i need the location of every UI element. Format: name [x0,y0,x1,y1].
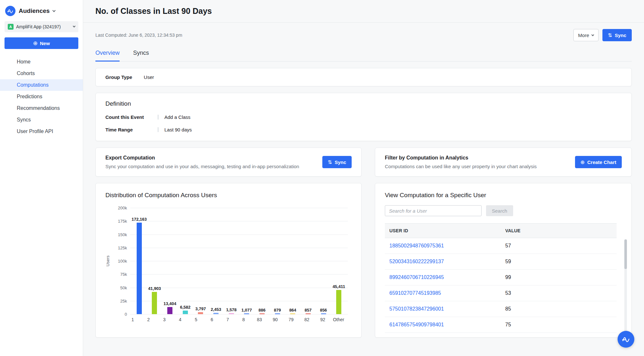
user-value: 59 [501,254,617,270]
bar-value-label: 2,453 [211,307,221,312]
x-tick-label: 82 [299,317,315,322]
plus-circle-icon: ⊕ [33,41,37,46]
definition-row: Count this Event Add a Class [105,114,622,120]
bottom-cards-row: Distribution of Computation Across Users… [95,183,632,338]
bar-rect [244,313,249,314]
amplitude-logo-icon [622,335,630,343]
bar-90[interactable]: 879 [270,208,285,314]
bar-rect [229,313,234,314]
bar-rect [290,313,295,314]
bar-1[interactable]: 172,163 [132,208,147,314]
user-id-link[interactable]: 659102707745193985 [389,290,441,296]
new-button[interactable]: ⊕ New [5,37,78,49]
chart-title: Distribution of Computation Across Users [105,192,352,199]
y-tick-label: 100k [118,259,127,264]
scrollbar-thumb[interactable] [624,239,627,269]
table-header-row: USER ID VALUE [385,224,617,238]
more-button[interactable]: More [573,29,599,41]
x-tick-label: 3 [156,317,172,322]
bar-value-label: 6,582 [180,305,190,310]
amplitude-floating-button[interactable] [618,331,634,348]
sync-button[interactable]: ⇅ Sync [602,29,632,41]
bar-rect [275,313,280,314]
bar-value-label: 1,578 [226,307,237,312]
bar-rect [321,313,326,314]
bar-83[interactable]: 886 [254,208,270,314]
definition-title: Definition [105,100,622,107]
x-tick-label: 4 [172,317,188,322]
bar-79[interactable]: 864 [285,208,300,314]
export-sync-button-label: Sync [335,159,346,165]
sidebar-item-syncs[interactable]: Syncs [0,114,83,126]
user-value: 75 [501,317,617,333]
bar-rect [213,313,219,314]
y-axis-label: Users [105,255,110,266]
bar-4[interactable]: 6,582 [178,208,193,314]
workspace-name: Audiences [19,7,50,14]
bar-rect [259,313,265,314]
amplitude-logo-icon [5,6,15,16]
bar-82[interactable]: 857 [300,208,316,314]
tab-overview[interactable]: Overview [95,50,120,62]
header-actions: More ⇅ Sync [573,29,632,41]
bar-rect [306,313,311,314]
export-card-description: Sync your computation and use in your ad… [105,164,299,169]
definition-card: Definition Count this Event Add a Class … [95,93,632,141]
bar-value-label: 172,163 [132,217,147,222]
create-chart-button[interactable]: ⊕ Create Chart [575,156,622,168]
divider [158,115,159,120]
user-search-button[interactable]: Search [486,205,513,216]
user-id-link[interactable]: 5200343160222299137 [389,259,444,264]
time-range-label: Time Range [105,127,158,132]
export-card-text: Export Computation Sync your computation… [105,155,299,169]
user-search-input[interactable] [385,205,482,216]
user-value: 85 [501,301,617,317]
sidebar-item-cohorts[interactable]: Cohorts [0,68,83,79]
bar-7[interactable]: 1,578 [224,208,239,314]
user-search-row: Search [385,205,622,216]
user-id-link[interactable]: 8992460706710226945 [389,274,444,280]
sidebar-item-predictions[interactable]: Predictions [0,91,83,102]
bar-6[interactable]: 2,453 [208,208,224,314]
last-computed-text: Last Computed: June 6, 2023, 12:34:53 pm [95,33,182,38]
x-tick-label: 8 [236,317,251,322]
table-scrollbar[interactable] [624,239,627,333]
x-tick-label: 79 [283,317,299,322]
user-id-link[interactable]: 1885002948760975361 [389,243,444,248]
export-sync-button[interactable]: ⇅ Sync [322,156,352,168]
plus-circle-icon: ⊕ [581,159,585,165]
bar-3[interactable]: 13,404 [162,208,178,314]
x-tick-label: 2 [141,317,156,322]
export-card-title: Export Computation [105,155,299,161]
x-tick-label: 83 [251,317,267,322]
y-tick-label: 200k [118,206,127,210]
bar-rect [137,223,142,314]
bar-5[interactable]: 3,797 [193,208,209,314]
bar-8[interactable]: 1,077 [239,208,254,314]
filter-card-description: Computations can be used like any user p… [385,164,537,169]
bar-Other[interactable]: 45,411 [331,208,346,314]
group-type-card: Group Type User [95,68,632,86]
action-cards-row: Export Computation Sync your computation… [95,148,632,177]
bar-value-label: 879 [274,308,281,313]
y-tick-label: 175k [118,219,127,224]
user-id-link[interactable]: 5750107823847296001 [389,306,444,312]
sidebar-item-home[interactable]: Home [0,56,83,68]
user-id-link[interactable]: 6147865754909798401 [389,322,444,327]
column-user-id: USER ID [385,224,501,238]
sidebar-item-user-profile-api[interactable]: User Profile API [0,126,83,137]
meta-row: Last Computed: June 6, 2023, 12:34:53 pm… [95,29,632,41]
sidebar-item-computations[interactable]: Computations [0,79,83,91]
tab-syncs[interactable]: Syncs [133,50,149,62]
create-chart-button-label: Create Chart [587,159,616,165]
workspace-switcher[interactable]: Audiences [0,0,83,21]
bar-92[interactable]: 856 [316,208,331,314]
group-type-value: User [144,74,154,80]
x-tick-label: 5 [188,317,204,322]
sidebar-item-recommendations[interactable]: Recommendations [0,102,83,114]
bar-value-label: 856 [320,308,327,313]
table-row: 520034316022229913759 [385,254,617,270]
app-selector[interactable]: A AmpliFit App (324197) [5,21,78,32]
bar-2[interactable]: 41,903 [147,208,162,314]
column-value: VALUE [501,224,617,238]
